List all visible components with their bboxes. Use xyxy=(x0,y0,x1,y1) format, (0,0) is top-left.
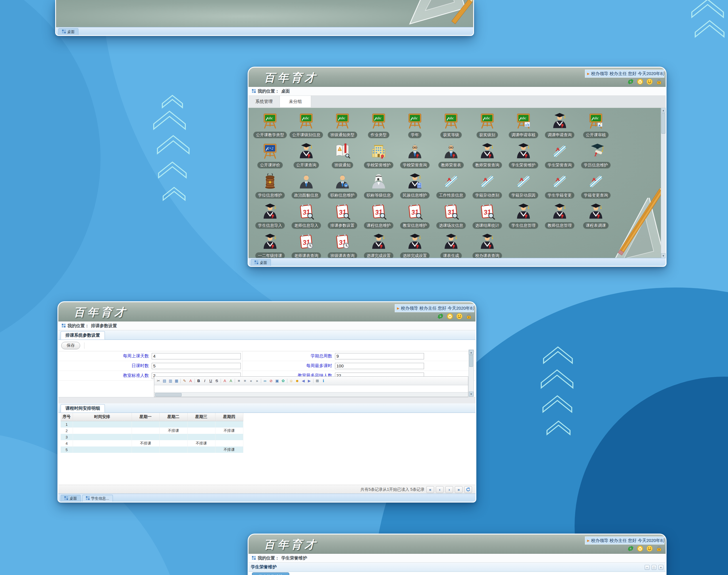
editor-toolbar-button[interactable]: S xyxy=(214,378,220,384)
lock-icon[interactable] xyxy=(466,313,472,319)
window-top-partial[interactable]: 桌面 xyxy=(55,0,474,36)
titlebar[interactable]: 百年育才 ▶ 校办领导 校办主任 您好 今天2020年8月10日 xyxy=(58,302,475,322)
editor-toolbar-button[interactable]: A xyxy=(228,378,234,384)
table-row[interactable]: 5不排课 xyxy=(61,446,243,453)
taskbar-tab-desktop[interactable]: 桌面 xyxy=(58,28,78,35)
desktop-shortcut[interactable]: 学生信息管理 xyxy=(505,203,542,232)
editor-toolbar-button[interactable]: A xyxy=(188,378,194,384)
editor-toolbar-button[interactable]: ☻ xyxy=(294,378,300,384)
editor-toolbar-button[interactable]: ▤ xyxy=(161,378,168,384)
desktop-shortcut[interactable]: abc作业类型 xyxy=(361,112,397,141)
tab-scheduling-system-params[interactable]: 排课系统参数设置 xyxy=(61,331,105,340)
tab-student-honor-maintenance[interactable]: 学生荣誉维护 xyxy=(252,572,289,575)
desktop-shortcut[interactable]: abc班级通知类型 xyxy=(324,112,361,141)
form-vertical-scrollbar[interactable]: ▲ ▼ xyxy=(469,349,474,397)
desktop-shortcut[interactable]: 学位信息维护 xyxy=(252,173,288,202)
tab-ungrouped[interactable]: 未分组 xyxy=(280,96,311,107)
desktop-shortcut[interactable]: 教师荣誉表 xyxy=(433,143,469,171)
desktop-shortcut[interactable]: abc公开课审核 xyxy=(578,112,614,141)
editor-toolbar-button[interactable]: » xyxy=(254,378,260,384)
editor-toolbar-button[interactable]: ✂ xyxy=(155,378,161,384)
titlebar[interactable]: 百年育才 ▶ 校办领导 校办主任 您好 今天2020年8月10日 xyxy=(249,68,666,87)
desktop-shortcut[interactable]: 31排课参数设置 xyxy=(324,203,361,232)
desktop-shortcut[interactable]: 民族信息维护 xyxy=(397,173,433,202)
scroll-thumb[interactable] xyxy=(155,393,182,397)
desktop-shortcut[interactable]: 学生荣誉查询 xyxy=(542,143,578,171)
editor-toolbar-button[interactable]: ⊘ xyxy=(268,378,274,384)
tab-system-management[interactable]: 系统管理 xyxy=(249,96,280,107)
desktop-shortcut[interactable]: 公开课查询 xyxy=(288,143,324,171)
scroll-up-button[interactable]: ▲ xyxy=(469,350,473,355)
refresh-icon[interactable] xyxy=(437,313,444,319)
desktop-shortcut[interactable]: ★职称信息维护 xyxy=(324,173,361,202)
save-button[interactable]: 保存 xyxy=(61,342,80,349)
reload-icon[interactable] xyxy=(464,486,472,493)
desktop-shortcut[interactable]: 学历信息维护 xyxy=(578,143,614,171)
editor-toolbar-button[interactable]: ≡ xyxy=(236,378,242,384)
editor-toolbar-button[interactable]: I xyxy=(202,378,208,384)
desktop-shortcut[interactable]: abc获奖级别 xyxy=(469,112,505,141)
daily-periods-input[interactable] xyxy=(152,363,241,369)
power-icon[interactable] xyxy=(637,545,643,552)
desktop-shortcut[interactable]: 31老师信息导入 xyxy=(288,203,324,232)
desktop-shortcut[interactable]: abc调课申请审核 xyxy=(505,112,542,141)
editor-toolbar-button[interactable]: U xyxy=(208,378,214,384)
desktop-shortcut[interactable]: 调课申请查询 xyxy=(542,112,578,141)
desktop-shortcut[interactable]: 学校荣誉查询 xyxy=(397,143,433,171)
desktop-shortcut[interactable]: 2+2公开课评价 xyxy=(252,143,288,171)
desktop-shortcut[interactable]: 课表生成 xyxy=(433,233,469,258)
desktop-shortcut[interactable]: 政治面貌信息 xyxy=(288,173,324,202)
prev-page-button[interactable]: ‹ xyxy=(436,486,444,493)
desktop-shortcut[interactable]: 教师荣誉查询 xyxy=(469,143,505,171)
weekly-class-days-input[interactable] xyxy=(152,353,241,360)
table-row[interactable]: 3 xyxy=(61,434,243,440)
editor-body[interactable] xyxy=(154,385,468,392)
close-icon[interactable]: × xyxy=(658,565,663,570)
desktop-shortcut[interactable]: 选课完成设置 xyxy=(361,233,397,258)
editor-toolbar-button[interactable]: ≡ xyxy=(242,378,248,384)
refresh-icon[interactable] xyxy=(627,78,634,85)
last-page-button[interactable]: » xyxy=(455,486,463,493)
editor-toolbar-button[interactable]: ∞ xyxy=(262,378,268,384)
refresh-icon[interactable] xyxy=(627,545,634,552)
vertical-scrollbar[interactable]: ▲ ▼ xyxy=(661,108,666,258)
power-icon[interactable] xyxy=(637,78,643,85)
desktop-shortcut[interactable]: abc公开课教学类型 xyxy=(252,112,288,141)
desktop-shortcut[interactable]: 学籍变更查询 xyxy=(578,173,614,202)
desktop-shortcut[interactable]: 学生荣誉维护 xyxy=(505,143,542,171)
restore-icon[interactable]: □ xyxy=(652,565,656,570)
first-page-button[interactable]: « xyxy=(426,486,434,493)
desktop-shortcut[interactable]: 学校荣誉维护 xyxy=(361,143,397,171)
editor-toolbar-button[interactable]: A xyxy=(222,378,228,384)
scroll-thumb[interactable] xyxy=(661,113,665,134)
next-page-button[interactable]: › xyxy=(445,486,453,493)
desktop-shortcut[interactable]: 选班完成设置 xyxy=(397,233,433,258)
desktop-shortcut[interactable]: 教师信息管理 xyxy=(542,203,578,232)
editor-toolbar-button[interactable]: ◀ xyxy=(300,378,306,384)
desktop-shortcut[interactable]: 31老师课表查询 xyxy=(288,233,324,258)
desktop-shortcut[interactable]: abc学年 xyxy=(397,112,433,141)
lock-icon[interactable] xyxy=(656,78,662,85)
desktop-shortcut[interactable]: 31班级课表查询 xyxy=(324,233,361,258)
window-student-honor[interactable]: 百年育才 ▶ 校办领导 校办主任 您好 今天2020年8月10日 我的位置： 学… xyxy=(248,534,666,575)
taskbar-tab-desktop[interactable]: 桌面 xyxy=(61,495,81,502)
scroll-down-button[interactable]: ▼ xyxy=(469,392,473,397)
smiley-icon[interactable] xyxy=(646,78,653,85)
editor-toolbar-button[interactable]: ✿ xyxy=(280,378,286,384)
desktop-shortcut[interactable]: 学生学籍变更 xyxy=(542,173,578,202)
smiley-icon[interactable] xyxy=(456,313,463,319)
editor-horizontal-scrollbar[interactable] xyxy=(154,392,468,397)
desktop-shortcut[interactable]: 职称等级信息 xyxy=(361,173,397,202)
desktop-shortcut[interactable]: 学籍异动类别 xyxy=(469,173,505,202)
scroll-down-button[interactable]: ▼ xyxy=(661,253,666,258)
table-row[interactable]: 4不排课不排课 xyxy=(61,440,243,446)
editor-toolbar-button[interactable]: « xyxy=(248,378,254,384)
lock-icon[interactable] xyxy=(656,545,662,552)
table-row[interactable]: 1 xyxy=(61,421,243,428)
desktop-shortcut[interactable]: 学生信息导入 xyxy=(252,203,288,232)
window-desktop-icons[interactable]: 百年育才 ▶ 校办领导 校办主任 您好 今天2020年8月10日 我的位置： 桌… xyxy=(248,67,666,267)
desktop-shortcut[interactable]: 31选课场次信息 xyxy=(433,203,469,232)
tab-course-time-detail[interactable]: 课程时间安排明细 xyxy=(61,404,105,412)
scroll-thumb[interactable] xyxy=(469,355,473,367)
scroll-up-button[interactable]: ▲ xyxy=(661,108,666,113)
